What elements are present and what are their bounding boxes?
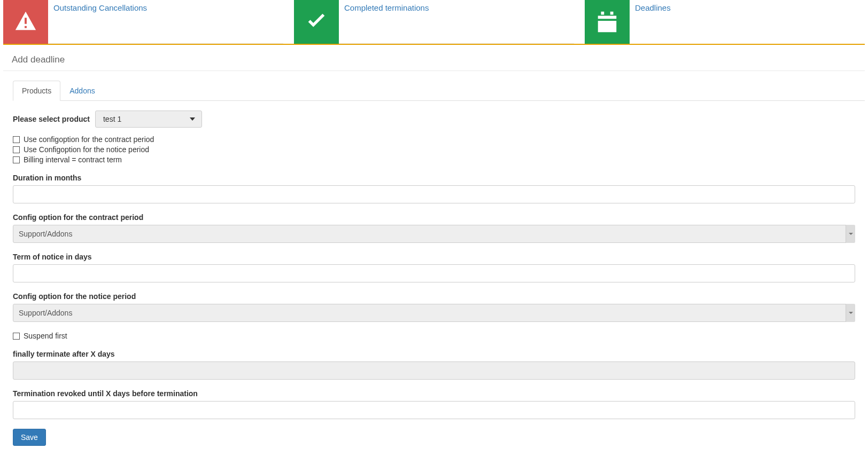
duration-label: Duration in months (13, 174, 855, 182)
checkbox-suspend-first[interactable]: Suspend first (13, 332, 855, 340)
config-notice-select[interactable]: Support/Addons (13, 304, 855, 322)
finally-terminate-label: finally terminate after X days (13, 350, 855, 358)
checkmark-icon (294, 0, 339, 44)
select-product-value: test 1 (103, 115, 121, 123)
config-contract-label: Config option for the contract period (13, 213, 855, 222)
checkbox-icon (13, 333, 20, 340)
card-outstanding[interactable]: Outstanding Cancellations (3, 0, 283, 44)
card-completed[interactable]: Completed terminations (294, 0, 574, 44)
term-notice-label: Term of notice in days (13, 253, 855, 261)
checkbox-icon (13, 136, 20, 143)
checkbox-config-notice[interactable]: Use Configoption for the notice period (13, 145, 855, 154)
tab-products[interactable]: Products (13, 81, 60, 101)
checkbox-billing-interval-label: Billing interval = contract term (24, 155, 122, 164)
config-contract-select[interactable]: Support/Addons (13, 225, 855, 243)
warning-triangle-icon (3, 0, 48, 44)
duration-input[interactable] (13, 185, 855, 203)
card-completed-title: Completed terminations (344, 3, 429, 12)
checkbox-icon (13, 156, 20, 163)
checkbox-config-contract[interactable]: Use configoption for the contract period (13, 135, 855, 144)
config-notice-label: Config option for the notice period (13, 292, 855, 301)
finally-terminate-input[interactable] (13, 361, 855, 380)
select-product-label: Please select product (13, 115, 90, 123)
caret-down-icon (190, 115, 195, 123)
checkbox-config-contract-label: Use configoption for the contract period (24, 135, 154, 144)
checkbox-icon (13, 146, 20, 153)
tabs: Products Addons (13, 81, 865, 101)
tab-addons[interactable]: Addons (60, 81, 104, 101)
save-button[interactable]: Save (13, 429, 46, 446)
card-deadlines-title: Deadlines (635, 3, 671, 12)
panel-heading: Add deadline (3, 49, 865, 71)
revoked-label: Termination revoked until X days before … (13, 389, 855, 398)
calendar-icon (585, 0, 630, 44)
term-notice-input[interactable] (13, 264, 855, 282)
checkbox-suspend-first-label: Suspend first (24, 332, 67, 340)
checkbox-config-notice-label: Use Configoption for the notice period (24, 145, 149, 154)
checkbox-billing-interval[interactable]: Billing interval = contract term (13, 155, 855, 164)
revoked-input[interactable] (13, 401, 855, 419)
card-outstanding-title: Outstanding Cancellations (53, 3, 147, 12)
card-deadlines[interactable]: Deadlines (585, 0, 865, 44)
select-product-dropdown[interactable]: test 1 (95, 111, 202, 128)
